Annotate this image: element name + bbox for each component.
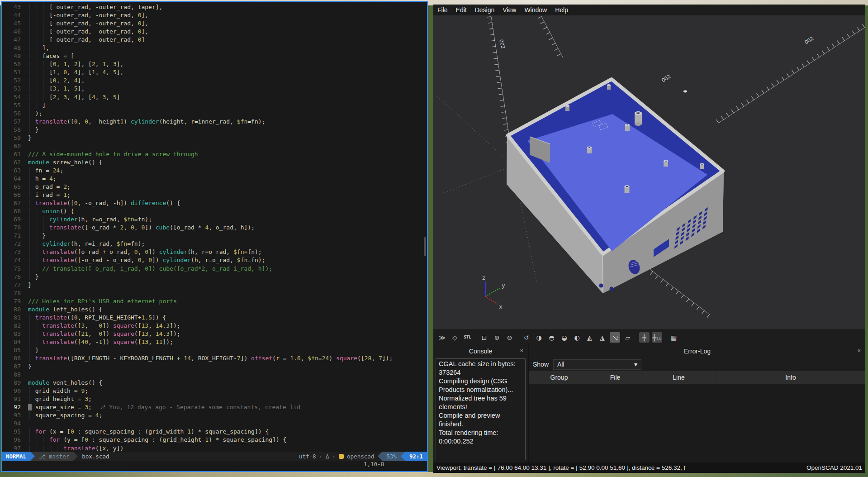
- powerline-separator: [401, 452, 405, 461]
- zoom-in-button[interactable]: ⊕: [492, 332, 502, 343]
- console-close-button[interactable]: ×: [520, 348, 523, 353]
- view-top-button[interactable]: ◓: [546, 332, 557, 343]
- code-line: 92 square_size = 3; ⎇ You, 12 days ago -…: [2, 404, 423, 412]
- reset-view-button[interactable]: ↺: [521, 332, 531, 343]
- column-header-info[interactable]: Info: [716, 371, 865, 384]
- code-line: 73│ │ translate([o_rad + o_rad, 0, 0]) c…: [2, 248, 423, 257]
- filetype: openscad: [347, 453, 374, 460]
- errorlog-close-button[interactable]: ×: [857, 348, 861, 353]
- code-line: 77}: [2, 281, 423, 290]
- console-line: Compiling design (CSG Products normaliza…: [439, 377, 522, 394]
- editor-window[interactable]: 43│ │ │ [ outer_rad, -outer_rad, taper],…: [1, 1, 428, 472]
- scroll-percent: 53%: [382, 452, 401, 461]
- view-back-button[interactable]: ◭: [584, 332, 595, 343]
- export-stl-button[interactable]: STL: [462, 332, 473, 343]
- code-line: 96│ │ │ for (y = [0 : square_spacing : (…: [2, 436, 423, 444]
- viewport-info: Viewport: translate = [ 76.00 64.00 13.3…: [436, 464, 805, 471]
- code-line: 51│ │ │ [1, 0, 4], [1, 4, 5],: [2, 69, 423, 77]
- show-edges-button[interactable]: ▦: [669, 332, 679, 343]
- vim-mode-badge: NORMAL: [2, 452, 30, 461]
- code-line: 67│ translate([0, -o_rad, -h]) differenc…: [2, 200, 423, 208]
- code-line: 54│ │ │ [2, 3, 4], [4, 3, 5]: [2, 94, 423, 102]
- editor-scrollbar-thumb[interactable]: [424, 237, 426, 256]
- separator-icon: ‹: [319, 453, 323, 460]
- openscad-statusbar: Viewport: translate = [ 76.00 64.00 13.3…: [433, 463, 865, 473]
- code-line: 85│ }: [2, 347, 423, 355]
- view-render-button[interactable]: ◇: [450, 332, 460, 343]
- axis-indicator: z y x: [482, 274, 505, 310]
- menu-file[interactable]: File: [433, 5, 452, 14]
- errorlog-table-header: GroupFileLineInfo: [529, 371, 865, 384]
- console-line: CGAL cache size in bytes: 373264: [439, 360, 522, 377]
- code-line: 81│ translate([0, RPI_HOLE_HEIGHT+1.5]) …: [2, 314, 423, 322]
- 3d-viewport[interactable]: 002 002 002: [433, 15, 865, 329]
- zoom-all-button[interactable]: ⊡: [479, 332, 489, 343]
- code-line: 64│ h = 4;: [2, 175, 423, 183]
- view-left-button[interactable]: ◐: [572, 332, 582, 343]
- cursor-position: 92:1: [405, 452, 427, 461]
- column-header-group[interactable]: Group: [529, 371, 589, 384]
- code-line: 46│ │ │ [-outer_rad, outer_rad, 0],: [2, 28, 423, 36]
- model-box: [507, 78, 724, 293]
- column-header-file[interactable]: File: [589, 371, 641, 384]
- console-title: Console ×: [433, 345, 528, 358]
- code-line: 70│ │ │ translate([-o_rad * 2, 0, 0]) cu…: [2, 224, 423, 232]
- view-preview-button[interactable]: ≫: [437, 332, 447, 343]
- code-line: 90│ grid_width = 9;: [2, 387, 423, 396]
- code-line: 47│ │ │ [ outer_rad, outer_rad, 0]: [2, 36, 423, 44]
- zoom-out-button[interactable]: ⊖: [504, 332, 515, 343]
- filetype-icon: [339, 454, 344, 459]
- axis-x-label: x: [499, 303, 503, 310]
- errorlog-filter-dropdown[interactable]: All ▾: [553, 359, 641, 370]
- code-line: 71│ │ }: [2, 232, 423, 240]
- menu-view[interactable]: View: [498, 5, 520, 14]
- code-line: 82│ │ translate([3, 0]) square([13, 14.3…: [2, 322, 423, 330]
- svg-text:002: 002: [661, 73, 672, 83]
- code-line: 80module left_holes() {: [2, 306, 423, 314]
- code-line: 59}: [2, 134, 423, 143]
- code-line: 88: [2, 371, 423, 379]
- modified-indicator: Δ: [326, 453, 329, 460]
- powerline-separator: [378, 452, 382, 461]
- view-perspective-button[interactable]: ◹: [610, 332, 620, 343]
- code-line: 93│ square_spacing = 4;: [2, 412, 423, 420]
- model-knurled-post: [635, 111, 642, 126]
- axis-y-label: y: [502, 282, 505, 289]
- column-header-line[interactable]: Line: [641, 371, 716, 384]
- view-right-button[interactable]: ◑: [534, 332, 544, 343]
- view-bottom-button[interactable]: ◒: [559, 332, 569, 343]
- version-label: OpenSCAD 2021.01: [806, 464, 862, 471]
- code-line: 94: [2, 420, 423, 428]
- console-line: Compile and preview finished.: [439, 411, 522, 429]
- ruler-text: 1,10-8: [364, 461, 384, 467]
- code-line: 63│ fn = 24;: [2, 167, 423, 175]
- errorlog-dock: Error-Log × Show All ▾ GroupFileLineInfo: [529, 345, 865, 463]
- code-line: 65│ o_rad = 2;: [2, 183, 423, 191]
- view-front-button[interactable]: ◮: [597, 332, 607, 343]
- chevron-down-icon: ▾: [634, 361, 637, 368]
- console-dock: Console × CGAL cache size in bytes: 3732…: [433, 345, 528, 463]
- menu-window[interactable]: Window: [520, 5, 551, 14]
- code-line: 72│ │ cylinder(h, r=i_rad, $fn=fn);: [2, 240, 423, 248]
- code-line: 61/// A side-mounted hole to drive a scr…: [2, 151, 423, 159]
- editor-statusline: NORMAL ⎇ master box.scad utf-8 ‹ Δ ‹ ope…: [2, 452, 427, 461]
- show-scale-markers-button[interactable]: ╋₁₀: [652, 332, 662, 343]
- code-line: 89module vent_holes() {: [2, 379, 423, 387]
- show-axes-button[interactable]: ╋: [639, 332, 650, 343]
- errorlog-title: Error-Log ×: [529, 345, 865, 358]
- viewport-toolbar: ≫◇STL⊡⊕⊖↺◑◓◒◐◭◮◹▱╋╋₁₀▦: [433, 329, 865, 345]
- code-line: 95│ for (x = [0 : square_spacing : (grid…: [2, 428, 423, 436]
- code-line: 56│ );: [2, 110, 423, 118]
- code-line: 53│ │ │ [3, 1, 5],: [2, 85, 423, 93]
- openscad-window: FileEditDesignViewWindowHelp: [433, 5, 865, 473]
- menu-help[interactable]: Help: [551, 5, 572, 14]
- git-branch: ⎇ master: [35, 452, 73, 461]
- code-line: 78: [2, 290, 423, 298]
- code-line: 76│ }: [2, 273, 423, 281]
- code-line: 52│ │ │ [0, 2, 4],: [2, 77, 423, 85]
- view-orthogonal-button[interactable]: ▱: [622, 332, 633, 343]
- menu-design[interactable]: Design: [471, 5, 499, 14]
- code-line: 58│ }: [2, 126, 423, 134]
- menu-edit[interactable]: Edit: [452, 5, 471, 14]
- code-line: 69│ │ │ cylinder(h, r=o_rad, $fn=fn);: [2, 216, 423, 224]
